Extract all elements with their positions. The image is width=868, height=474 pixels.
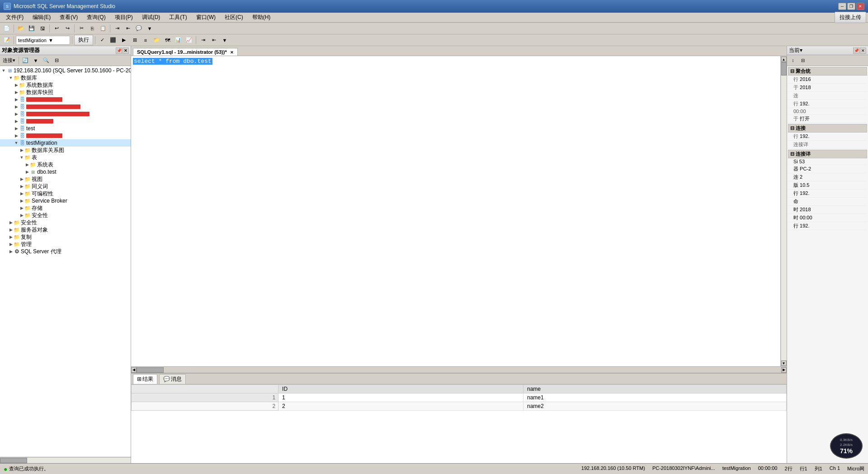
outdent2-button[interactable]: ⇤ — [209, 36, 219, 45]
security-top-node[interactable]: ▶ 📁 安全性 — [0, 219, 131, 226]
sort2-icon[interactable]: ⊟ — [798, 56, 808, 65]
display-plan-button[interactable]: 🗺 — [162, 36, 172, 45]
server-objects-expand-icon[interactable]: ▶ — [8, 227, 14, 232]
system-db-expand-icon[interactable]: ▶ — [14, 82, 19, 88]
messages-tab[interactable]: 💬 消息 — [159, 374, 186, 384]
results-text-button[interactable]: ≡ — [141, 36, 151, 45]
db-diagram-expand-icon[interactable]: ▶ — [19, 147, 24, 153]
editor-scroll-down-icon[interactable]: ▼ — [781, 360, 787, 366]
restore-button[interactable]: ❐ — [847, 3, 855, 10]
rp-section-connect-detail-header[interactable]: ⊟ 连接详 — [788, 150, 867, 158]
security-sub-expand-icon[interactable]: ▶ — [19, 213, 24, 218]
connect-upload-button[interactable]: 拉接上传 — [835, 12, 866, 23]
minimize-button[interactable]: ─ — [838, 3, 846, 10]
redacted-db-1[interactable]: ▶ 🗄 — [0, 96, 131, 103]
results-grid-button[interactable]: ⊞ — [130, 36, 140, 45]
pin-icon[interactable]: 📌 — [116, 47, 122, 54]
service-broker-node[interactable]: ▶ 📁 Service Broker — [0, 197, 131, 204]
editor-vscrollbar[interactable]: ▲ ▼ — [780, 56, 787, 366]
execute-button[interactable]: 执行 — [74, 35, 93, 45]
databases-node[interactable]: ▼ 📁 数据库 — [0, 74, 131, 81]
tables-expand-icon[interactable]: ▼ — [19, 155, 24, 160]
test-db-node[interactable]: ▶ 🗄 test — [0, 125, 131, 132]
database-dropdown[interactable]: testMigration ▼ — [16, 36, 70, 45]
programmability-node[interactable]: ▶ 📁 可编程性 — [0, 190, 131, 197]
right-panel-pin-icon[interactable]: 📌 — [853, 47, 859, 54]
save-all-button[interactable]: 🖫 — [38, 24, 47, 33]
query-tab-1[interactable]: SQLQuery1.sql - 19...ministrator (53))* … — [133, 48, 238, 56]
test-db-expand-icon[interactable]: ▶ — [14, 126, 19, 131]
filter2-oe-button[interactable]: 🔍 — [41, 56, 51, 65]
hscroll-left-icon[interactable]: ◀ — [131, 367, 137, 373]
menu-help[interactable]: 帮助(H) — [248, 12, 275, 23]
redacted5-expand-icon[interactable]: ▶ — [14, 133, 19, 138]
menu-tools[interactable]: 工具(T) — [165, 12, 191, 23]
storage-expand-icon[interactable]: ▶ — [19, 205, 24, 211]
redacted3-expand-icon[interactable]: ▶ — [14, 111, 19, 117]
collapse-oe-button[interactable]: ⊟ — [52, 56, 61, 65]
debug-button[interactable]: ▶ — [119, 36, 129, 45]
query-editor[interactable]: select * from dbo.test — [131, 56, 780, 366]
paste-button[interactable]: 📋 — [98, 24, 108, 33]
filter-oe-button[interactable]: ▼ — [31, 56, 41, 65]
menu-view[interactable]: 查看(V) — [56, 12, 82, 23]
outdent-button[interactable]: ⇤ — [123, 24, 133, 33]
undo-button[interactable]: ↩ — [52, 24, 61, 33]
editor-scroll-up-icon[interactable]: ▲ — [781, 57, 787, 62]
more-button[interactable]: ▼ — [145, 24, 155, 33]
db-snapshot-expand-icon[interactable]: ▶ — [14, 90, 19, 95]
testmigration-db-node[interactable]: ▼ 🗄 testMigration — [0, 139, 131, 147]
redacted2-expand-icon[interactable]: ▶ — [14, 104, 19, 109]
indent-button[interactable]: ⇥ — [112, 24, 122, 33]
editor-hscrollbar-track[interactable] — [137, 367, 781, 373]
storage-node[interactable]: ▶ 📁 存储 — [0, 204, 131, 212]
cancel-button[interactable]: ⬛ — [108, 36, 118, 45]
editor-scroll-thumb[interactable] — [781, 62, 787, 76]
rp-section-aggregate-header[interactable]: ⊟ 聚合统 — [788, 67, 867, 76]
menu-project[interactable]: 项目(P) — [111, 12, 137, 23]
rp-section-connect-header[interactable]: ⊟ 连接 — [788, 124, 867, 133]
menu-window[interactable]: 窗口(W) — [192, 12, 220, 23]
sql-agent-expand-icon[interactable]: ▶ — [8, 249, 14, 254]
menu-edit[interactable]: 编辑(E) — [28, 12, 55, 23]
oe-hscrollbar[interactable] — [0, 457, 131, 463]
more2-button[interactable]: ▼ — [220, 36, 230, 45]
editor-scroll-track[interactable] — [781, 62, 787, 360]
right-panel-close-icon[interactable]: ✕ — [860, 47, 866, 54]
menu-file[interactable]: 文件(F) — [2, 12, 28, 23]
redo-button[interactable]: ↪ — [62, 24, 72, 33]
client-stats-button[interactable]: 📈 — [184, 36, 194, 45]
hscroll-right-icon[interactable]: ▶ — [781, 367, 787, 373]
redacted1-expand-icon[interactable]: ▶ — [14, 97, 19, 102]
management-node[interactable]: ▶ 📁 管理 — [0, 241, 131, 248]
db-snapshot-node[interactable]: ▶ 📁 数据库快照 — [0, 89, 131, 96]
programmability-expand-icon[interactable]: ▶ — [19, 191, 24, 196]
system-tables-expand-icon[interactable]: ▶ — [24, 162, 30, 167]
server-objects-node[interactable]: ▶ 📁 服务器对象 — [0, 226, 131, 233]
redacted-db-2[interactable]: ▶ 🗄 — [0, 103, 131, 110]
editor-hscrollbar[interactable]: ◀ ▶ — [131, 366, 787, 373]
security-top-expand-icon[interactable]: ▶ — [8, 220, 14, 225]
sql-agent-node[interactable]: ▶ ⚙ SQL Server 代理 — [0, 248, 131, 255]
redacted-db-3[interactable]: ▶ 🗄 — [0, 110, 131, 118]
menu-debug[interactable]: 调试(D) — [138, 12, 165, 23]
query-tab-close-icon[interactable]: ✕ — [230, 50, 234, 55]
open-button[interactable]: 📂 — [16, 24, 26, 33]
close-panel-icon[interactable]: ✕ — [123, 47, 129, 54]
views-expand-icon[interactable]: ▶ — [19, 176, 24, 182]
replication-expand-icon[interactable]: ▶ — [8, 234, 14, 240]
copy-button[interactable]: ⎘ — [87, 24, 97, 33]
refresh-oe-button[interactable]: 🔄 — [20, 56, 30, 65]
indent2-button[interactable]: ⇥ — [198, 36, 208, 45]
redacted4-expand-icon[interactable]: ▶ — [14, 118, 19, 124]
redacted-db-5[interactable]: ▶ 🗄 — [0, 132, 131, 139]
system-db-node[interactable]: ▶ 📁 系统数据库 — [0, 81, 131, 89]
menu-query[interactable]: 查询(Q) — [83, 12, 109, 23]
new-query-small-button[interactable]: 📝 — [2, 36, 12, 45]
sort-icon[interactable]: ↕ — [788, 56, 798, 65]
tables-node[interactable]: ▼ 📁 表 — [0, 154, 131, 161]
management-expand-icon[interactable]: ▶ — [8, 242, 14, 247]
system-tables-node[interactable]: ▶ 📁 系统表 — [0, 161, 131, 168]
databases-expand-icon[interactable]: ▼ — [8, 75, 14, 81]
server-node[interactable]: ▼ 🖥 192.168.20.160 (SQL Server 10.50.160… — [0, 67, 131, 74]
